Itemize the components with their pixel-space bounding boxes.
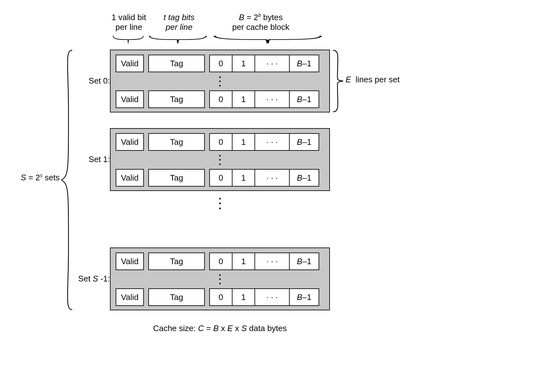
annotation-s-sets: S = 2s sets [13,173,60,182]
byte-cell-0: 0 [210,170,232,186]
cache-line: Valid Tag 0 1 · · · B–1 [116,253,324,270]
brace-block-bytes [212,35,323,44]
tag-cell: Tag [148,253,205,270]
byte-cell-last: B–1 [290,253,319,270]
byte-last-var: B [297,59,302,68]
byte-last-suffix: –1 [302,137,311,147]
annotation-e-lines: E lines per set [346,75,400,84]
valid-cell: Valid [116,90,144,108]
byte-cell-dots: · · · [255,170,290,186]
byte-last-var: B [297,173,302,183]
set-label-last: Set S -1: [75,274,110,284]
byte-cell-dots: · · · [255,253,290,270]
line-ellipsis: ··· [116,151,324,169]
cache-line: Valid Tag 0 1 · · · B–1 [116,288,324,306]
line-ellipsis: ··· [116,72,324,90]
cache-line: Valid Tag 0 1 · · · B–1 [116,90,324,108]
valid-cell: Valid [116,133,144,151]
cache-organization-diagram: 1 valid bit per line t tag bitsper line … [13,13,523,379]
byte-last-suffix: –1 [302,292,311,302]
cache-line: Valid Tag 0 1 · · · B–1 [116,55,324,72]
block-row: 0 1 · · · B–1 [209,55,319,72]
byte-cell-dots: · · · [255,91,290,107]
byte-cell-dots: · · · [255,289,290,305]
line-ellipsis: ··· [116,270,324,288]
block-row: 0 1 · · · B–1 [209,288,319,306]
byte-cell-1: 1 [232,91,255,107]
byte-cell-0: 0 [210,289,232,305]
tag-cell: Tag [148,169,205,187]
tag-cell: Tag [148,133,205,151]
byte-cell-0: 0 [210,253,232,270]
set-label-last-suffix: -1: [98,274,110,283]
set-label-1: Set 1: [75,155,110,164]
byte-cell-last: B–1 [290,55,319,72]
byte-cell-0: 0 [210,55,232,72]
brace-valid-bit [112,35,144,44]
byte-cell-dots: · · · [255,134,290,150]
valid-cell: Valid [116,288,144,306]
brace-e-lines [332,50,344,112]
cache-line: Valid Tag 0 1 · · · B–1 [116,169,324,187]
block-row: 0 1 · · · B–1 [209,169,319,187]
cache-line: Valid Tag 0 1 · · · B–1 [116,133,324,151]
brace-tag-bits [148,35,207,44]
byte-last-suffix: –1 [302,173,311,183]
block-row: 0 1 · · · B–1 [209,133,319,151]
byte-last-suffix: –1 [302,257,311,266]
caption-cache-size: Cache size: C = B x E x S data bytes [110,324,330,333]
set-last-box: Valid Tag 0 1 · · · B–1 ··· Valid Tag 0 … [110,248,330,310]
tag-cell: Tag [148,288,205,306]
byte-last-var: B [297,137,302,147]
byte-cell-1: 1 [232,55,255,72]
set-1-box: Valid Tag 0 1 · · · B–1 ··· Valid Tag 0 … [110,128,330,191]
annotation-valid-bit-text: 1 valid bit per line [112,13,146,32]
annotation-block-bytes-text: B = 2b bytesper cache block [232,13,289,32]
annotation-tag-bits-text: t tag bitsper line [164,13,194,32]
byte-cell-1: 1 [232,289,255,305]
block-row: 0 1 · · · B–1 [209,253,319,270]
valid-cell: Valid [116,169,144,187]
annotation-tag-bits: t tag bitsper line [148,13,211,32]
caption-prefix: Cache size: [153,324,198,333]
tag-cell: Tag [148,55,205,72]
byte-cell-last: B–1 [290,91,319,107]
byte-cell-0: 0 [210,134,232,150]
set-0-box: Valid Tag 0 1 · · · B–1 ··· Valid Tag 0 … [110,50,330,112]
byte-cell-1: 1 [232,253,255,270]
tag-cell: Tag [148,90,205,108]
byte-cell-1: 1 [232,170,255,186]
brace-s-sets [60,50,73,310]
set-label-last-var: S [93,274,98,283]
byte-cell-1: 1 [232,134,255,150]
caption-suffix: data bytes [247,324,287,333]
byte-cell-dots: · · · [255,55,290,72]
valid-cell: Valid [116,55,144,72]
block-row: 0 1 · · · B–1 [209,90,319,108]
byte-last-var: B [297,95,302,104]
byte-cell-last: B–1 [290,134,319,150]
annotation-block-bytes: B = 2b bytesper cache block [211,13,311,32]
set-label-last-prefix: Set [78,274,93,283]
byte-cell-last: B–1 [290,289,319,305]
byte-cell-0: 0 [210,91,232,107]
byte-last-suffix: –1 [302,59,311,68]
byte-cell-last: B–1 [290,170,319,186]
sets-ellipsis: ··· [110,196,330,211]
byte-last-var: B [297,257,302,266]
valid-cell: Valid [116,253,144,270]
byte-last-var: B [297,292,302,302]
byte-last-suffix: –1 [302,95,311,104]
set-label-0: Set 0: [75,76,110,86]
